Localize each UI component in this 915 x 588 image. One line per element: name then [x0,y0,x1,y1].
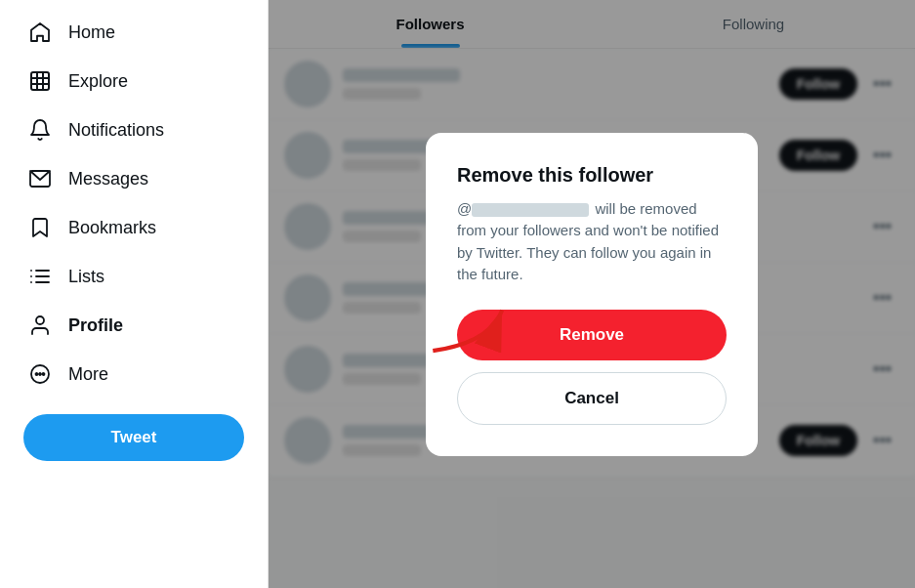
explore-icon [27,68,53,94]
sidebar-item-home[interactable]: Home [12,8,256,57]
sidebar-label-explore: Explore [68,71,128,92]
sidebar-item-bookmarks[interactable]: Bookmarks [12,203,256,252]
dialog-at: @ [457,200,472,217]
sidebar-item-profile[interactable]: Profile [12,301,256,350]
svg-point-14 [36,373,38,375]
lists-icon [27,264,53,289]
main-content: Followers Following Follow ••• Follow ••… [269,0,915,588]
profile-icon [27,313,53,338]
home-icon [27,20,53,45]
sidebar-item-messages[interactable]: Messages [12,154,256,203]
sidebar-label-profile: Profile [68,315,123,336]
cancel-button[interactable]: Cancel [457,372,727,425]
svg-rect-0 [31,72,49,90]
notifications-icon [27,117,53,143]
sidebar-label-bookmarks: Bookmarks [68,218,156,238]
dialog-handle [472,203,589,217]
sidebar-label-notifications: Notifications [68,120,164,141]
svg-point-12 [36,316,44,324]
sidebar-label-lists: Lists [68,267,104,287]
sidebar-label-messages: Messages [68,169,148,189]
sidebar: Home Explore Notifications [0,0,269,588]
svg-point-16 [43,373,45,375]
sidebar-item-more[interactable]: More [12,350,256,399]
sidebar-item-explore[interactable]: Explore [12,57,256,105]
tweet-button[interactable]: Tweet [23,414,244,461]
modal-overlay: Remove this follower @ will be removed f… [269,0,915,588]
dialog-body: @ will be removed from your followers an… [457,198,727,286]
svg-point-15 [39,373,41,375]
sidebar-label-more: More [68,364,108,385]
more-icon [27,361,53,387]
remove-follower-dialog: Remove this follower @ will be removed f… [426,133,758,456]
sidebar-item-lists[interactable]: Lists [12,252,256,301]
sidebar-label-home: Home [68,22,115,43]
messages-icon [27,166,53,191]
sidebar-item-notifications[interactable]: Notifications [12,105,256,154]
bookmarks-icon [27,215,53,240]
dialog-title: Remove this follower [457,164,727,187]
remove-button[interactable]: Remove [457,310,727,360]
